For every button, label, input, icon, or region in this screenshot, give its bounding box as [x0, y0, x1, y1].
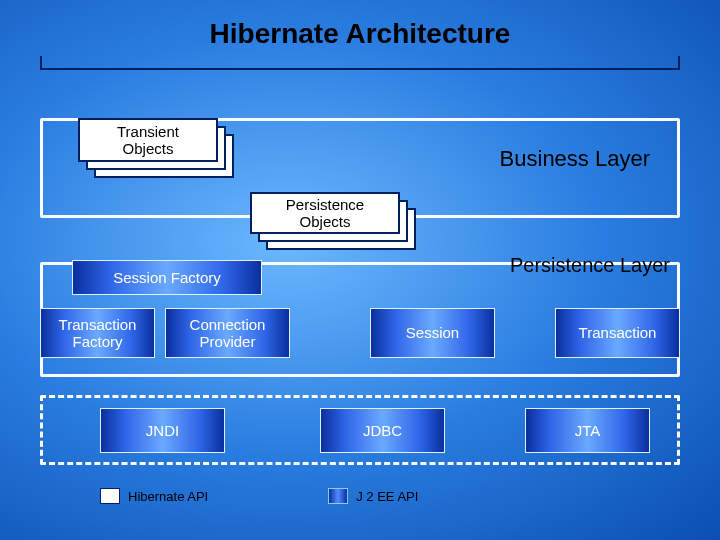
legend-item-hibernate: Hibernate API — [100, 488, 208, 504]
session-factory-box: Session Factory — [72, 260, 262, 295]
transaction-factory-box: Transaction Factory — [40, 308, 155, 358]
legend-label-hibernate: Hibernate API — [128, 489, 208, 504]
legend-swatch-hibernate — [100, 488, 120, 504]
transient-objects-label: Transient Objects — [117, 123, 179, 158]
transaction-factory-label: Transaction Factory — [59, 316, 137, 351]
business-layer-label: Business Layer — [500, 146, 650, 172]
legend-label-j2ee: J 2 EE API — [356, 489, 418, 504]
connection-provider-box: Connection Provider — [165, 308, 290, 358]
persistence-objects-stack: Persistence Objects — [250, 192, 420, 250]
jndi-box: JNDI — [100, 408, 225, 453]
transaction-box: Transaction — [555, 308, 680, 358]
persistence-layer-label: Persistence Layer — [510, 254, 670, 277]
title-underline — [40, 56, 680, 70]
persistence-card-front: Persistence Objects — [250, 192, 400, 234]
transient-card-front: Transient Objects — [78, 118, 218, 162]
diagram: Business Layer Transient Objects Persist… — [40, 90, 680, 520]
jdbc-box: JDBC — [320, 408, 445, 453]
persistence-objects-label: Persistence Objects — [286, 196, 364, 231]
legend-item-j2ee: J 2 EE API — [328, 488, 418, 504]
jta-box: JTA — [525, 408, 650, 453]
legend-swatch-j2ee — [328, 488, 348, 504]
transient-objects-stack: Transient Objects — [78, 118, 238, 178]
session-box: Session — [370, 308, 495, 358]
legend: Hibernate API J 2 EE API — [100, 488, 418, 504]
connection-provider-label: Connection Provider — [190, 316, 266, 351]
page-title: Hibernate Architecture — [0, 18, 720, 56]
title-bar: Hibernate Architecture — [0, 0, 720, 70]
